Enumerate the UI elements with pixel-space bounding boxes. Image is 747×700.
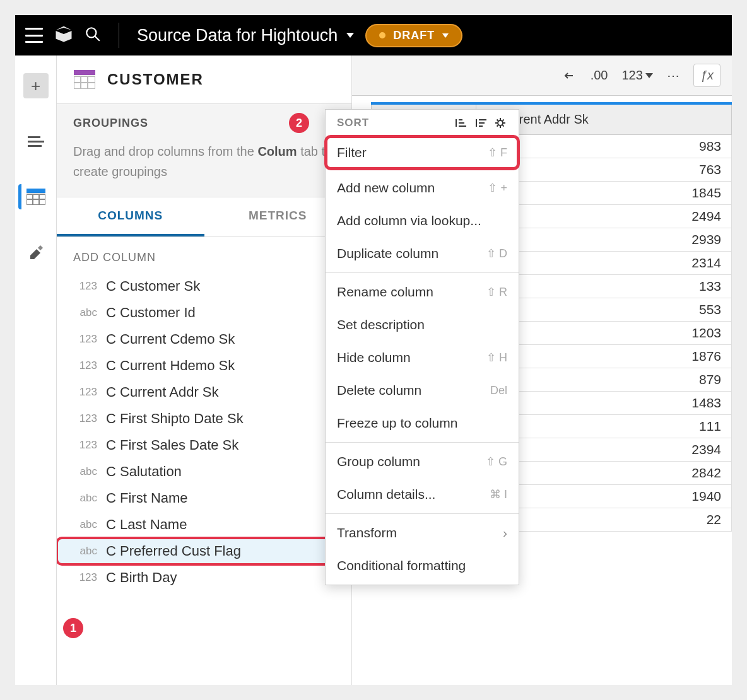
callout-badge-1: 1 (63, 618, 83, 638)
left-rail: + (15, 55, 57, 685)
column-context-menu: SORT Filter⇧ F Add new column⇧ + Add col… (325, 109, 519, 585)
column-item[interactable]: abcC Last Name (57, 511, 351, 538)
decimal-format-button[interactable]: .00 (591, 68, 608, 83)
svg-line-1 (95, 36, 100, 41)
menu-filter[interactable]: Filter⇧ F (326, 136, 519, 169)
menu-delete-column[interactable]: Delete columnDel (326, 374, 519, 407)
menu-hide-column[interactable]: Hide column⇧ H (326, 341, 519, 374)
app-window: Source Data for Hightouch DRAFT + (15, 15, 732, 685)
rail-paint-icon[interactable] (23, 240, 49, 265)
menu-icon[interactable] (25, 28, 43, 43)
menu-transform[interactable]: Transform› (326, 516, 519, 549)
column-item[interactable]: 123C Current Cdemo Sk (57, 326, 351, 353)
draft-status-badge[interactable]: DRAFT (365, 24, 462, 47)
chevron-down-icon (442, 33, 449, 38)
svg-rect-10 (74, 70, 95, 75)
add-column-label: ADD COLUMN (57, 237, 351, 273)
document-title-dropdown[interactable]: Source Data for Hightouch (137, 26, 354, 45)
document-title: Source Data for Hightouch (137, 26, 338, 45)
table-icon (73, 68, 96, 91)
format-toolbar: .00 123 ⋯ ƒx (352, 55, 732, 96)
tab-columns[interactable]: COLUMNS (57, 197, 204, 236)
panel-title: CUSTOMER (107, 71, 204, 88)
search-icon[interactable] (85, 26, 101, 45)
panel-header: CUSTOMER (57, 55, 351, 104)
column-item[interactable]: abcC Salutation (57, 458, 351, 485)
status-dot-icon (379, 32, 385, 38)
column-list: 123C Customer Sk abcC Customer Id 123C C… (57, 273, 351, 591)
divider (119, 23, 119, 48)
chevron-down-icon (346, 33, 354, 38)
column-item[interactable]: 123C First Shipto Date Sk (57, 405, 351, 432)
menu-column-details[interactable]: Column details...⌘ I (326, 478, 519, 511)
sort-asc-icon[interactable] (453, 116, 467, 130)
sort-desc-icon[interactable] (473, 116, 487, 130)
column-item[interactable]: abcC Customer Id (57, 300, 351, 326)
svg-rect-5 (26, 189, 45, 193)
menu-add-new-column[interactable]: Add new column⇧ + (326, 172, 519, 204)
more-format-button[interactable]: ⋯ (667, 68, 679, 83)
column-item[interactable]: 123C Customer Sk (57, 273, 351, 300)
menu-add-via-lookup[interactable]: Add column via lookup... (326, 204, 519, 237)
menu-set-description[interactable]: Set description (326, 308, 519, 341)
body-area: + CUSTOMER GROUPINGS Drag and (15, 55, 732, 685)
sidebar-panel: CUSTOMER GROUPINGS Drag and drop columns… (57, 55, 352, 685)
sidebar-tabs: COLUMNS METRICS (57, 197, 351, 237)
column-item[interactable]: 123C Birth Day (57, 564, 351, 591)
topbar: Source Data for Hightouch DRAFT (15, 15, 732, 55)
draft-label: DRAFT (393, 29, 435, 42)
column-item[interactable]: 123C Current Addr Sk (57, 379, 351, 405)
app-logo-icon[interactable] (54, 25, 73, 46)
menu-conditional-formatting[interactable]: Conditional formatting (326, 549, 519, 582)
formula-bar-icon[interactable]: ƒx (693, 64, 721, 87)
menu-group-column[interactable]: Group column⇧ G (326, 445, 519, 478)
svg-point-0 (86, 28, 96, 37)
svg-point-23 (498, 120, 503, 125)
add-element-button[interactable]: + (23, 73, 49, 98)
number-format-dropdown[interactable]: 123 (622, 68, 653, 83)
menu-duplicate-column[interactable]: Duplicate column⇧ D (326, 237, 519, 270)
groupings-help-text: Drag and drop columns from the Colum tab… (73, 141, 335, 182)
column-item[interactable]: abcC First Name (57, 485, 351, 511)
rail-text-icon[interactable] (23, 129, 49, 154)
menu-freeze-column[interactable]: Freeze up to column (326, 407, 519, 440)
rail-table-icon[interactable] (18, 184, 49, 209)
chevron-right-icon: › (503, 525, 507, 540)
column-item[interactable]: 123C First Sales Date Sk (57, 432, 351, 458)
sort-header: SORT (326, 110, 519, 136)
svg-rect-2 (28, 136, 40, 138)
column-item-preferred-cust-flag[interactable]: abcC Preferred Cust Flag (57, 538, 351, 564)
callout-badge-2: 2 (289, 113, 309, 133)
sort-settings-icon[interactable] (493, 116, 507, 130)
sort-label: SORT (337, 117, 453, 129)
column-item[interactable]: 123C Current Hdemo Sk (57, 353, 351, 379)
decrease-decimal-icon[interactable] (564, 69, 577, 82)
menu-rename-column[interactable]: Rename column⇧ R (326, 276, 519, 308)
svg-rect-3 (28, 141, 44, 143)
svg-rect-4 (28, 145, 42, 147)
